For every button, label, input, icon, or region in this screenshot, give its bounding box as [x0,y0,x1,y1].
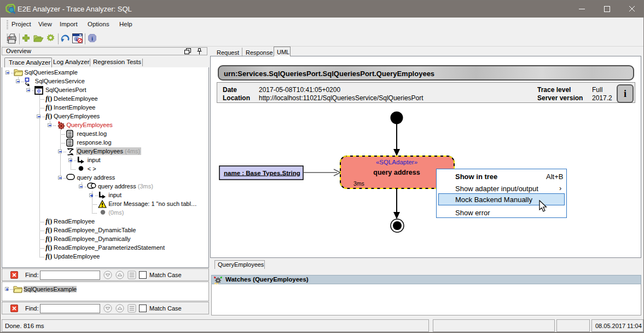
svg-text:query address: query address [373,169,420,176]
svg-text:«SQLAdapter»: «SQLAdapter» [376,159,417,165]
svg-text:name : Base Types.String: name : Base Types.String [224,170,300,176]
svg-text:3ms: 3ms [353,180,364,187]
svg-text:i: i [91,35,93,42]
